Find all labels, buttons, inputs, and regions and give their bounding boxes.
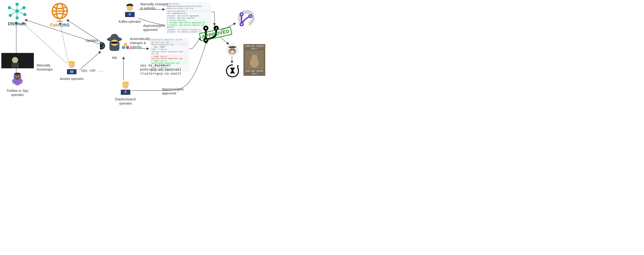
assets-op-label: Assets operator	[58, 77, 86, 81]
cat-meme: ARE WE THERE YET? ARE WE THERE YET?	[244, 44, 265, 76]
svg-point-8	[22, 6, 25, 9]
dnsham-label: DNSham	[5, 21, 29, 26]
svg-point-42	[103, 46, 104, 47]
svg-point-55	[125, 90, 126, 92]
svg-point-73	[233, 50, 234, 51]
updates-label: Updates	[86, 38, 98, 42]
svg-point-76	[238, 68, 239, 69]
svg-point-77	[238, 70, 239, 71]
fakedns-node: FakeDNS	[49, 2, 71, 28]
kafka-op-node: Kafka operator	[116, 2, 144, 24]
dnsham-node: DNSham	[5, 2, 29, 26]
network-icon	[5, 2, 29, 20]
cat-meme-top: ARE WE THERE YET?	[244, 45, 265, 50]
svg-point-80	[252, 55, 257, 60]
svg-point-71	[230, 50, 234, 54]
svg-point-45	[122, 46, 125, 49]
svg-rect-28	[70, 70, 74, 73]
spy-node: spy	[99, 31, 130, 60]
svg-rect-54	[121, 90, 130, 95]
aragorn-meme	[1, 53, 34, 68]
kafka-diff-hunk: -8,6 +6,9 @@ data:	[166, 10, 210, 12]
spy-auto-label: Automatically changes & submits	[130, 37, 150, 49]
svg-point-38	[100, 42, 105, 50]
svg-rect-37	[111, 42, 118, 44]
svg-point-43	[101, 43, 102, 44]
svg-point-7	[16, 3, 18, 6]
svg-point-72	[230, 50, 232, 51]
svg-point-10	[16, 16, 18, 19]
trekkie-spy-op-node: Trekkie or Spy operator	[4, 71, 31, 97]
svg-point-32	[70, 65, 71, 66]
person-laptop-icon	[63, 59, 80, 76]
svg-point-53	[131, 8, 131, 8]
kafka-manual-label: Manually changes & submits	[140, 2, 168, 10]
manual-bootstraps-label: Manually bootstraps	[37, 63, 52, 72]
svg-point-12	[8, 6, 11, 9]
fakedns-brand-left: Fake	[50, 22, 60, 28]
svg-point-56	[124, 92, 126, 93]
github-icon	[236, 9, 256, 28]
wait-node	[225, 63, 240, 79]
svg-point-6	[16, 10, 18, 13]
svg-point-46	[126, 46, 129, 49]
spy-icon	[100, 31, 129, 55]
person-laptop-kafka-icon	[121, 2, 138, 19]
es-approves-label: Approves/gets approved	[162, 87, 184, 95]
svg-point-52	[128, 8, 129, 8]
person-shrug-icon	[9, 71, 26, 88]
svg-point-9	[24, 13, 26, 16]
es-op-node: ElasticSearch operator	[111, 80, 140, 106]
globe-icon	[49, 2, 71, 22]
cat-meme-bottom: ARE WE THERE YET?	[244, 70, 265, 75]
svg-point-19	[12, 57, 18, 63]
svg-rect-20	[12, 63, 19, 68]
shipit-icon	[226, 43, 239, 57]
es-op-label: ElasticSearch operator	[111, 97, 140, 106]
kafka-approves-label: Approves/gets approved	[143, 24, 165, 32]
diagram-canvas: DNSham FakeDNS	[0, 0, 268, 106]
svg-point-11	[9, 14, 12, 17]
hourglass-history-icon	[225, 63, 240, 78]
svg-point-44	[124, 43, 127, 46]
spy-cdn-cmd: spy cdn ...	[81, 68, 104, 72]
kafka-diff-path: kafka-access-buddy/config/deploy/partial…	[166, 2, 210, 10]
svg-point-48	[128, 13, 131, 16]
person-laptop-es-icon	[117, 80, 134, 96]
svg-point-33	[73, 65, 73, 66]
svg-point-62	[126, 86, 127, 86]
shipit-node	[226, 43, 239, 58]
svg-point-61	[124, 86, 125, 86]
svg-point-22	[15, 74, 20, 80]
kafka-op-label: Kafka operator	[116, 20, 144, 24]
svg-point-74	[228, 46, 236, 48]
fakedns-brand-right: DNS	[60, 22, 70, 28]
es-diff-path: zones/search.shopifysvc.com.yml	[151, 38, 188, 41]
github-node	[236, 9, 256, 29]
svg-point-25	[16, 76, 17, 77]
trekkie-spy-op-label: Trekkie or Spy operator	[4, 89, 31, 97]
spy-es-cmd: spy es failover pods=gcp-us-central1 clu…	[140, 63, 181, 76]
svg-point-26	[18, 76, 19, 77]
spy-label: spy	[99, 55, 130, 60]
svg-point-57	[126, 92, 127, 93]
es-diff-hunk: @@ -33,7 +33,7 @@ search.shopifysvc.com:	[151, 41, 188, 46]
